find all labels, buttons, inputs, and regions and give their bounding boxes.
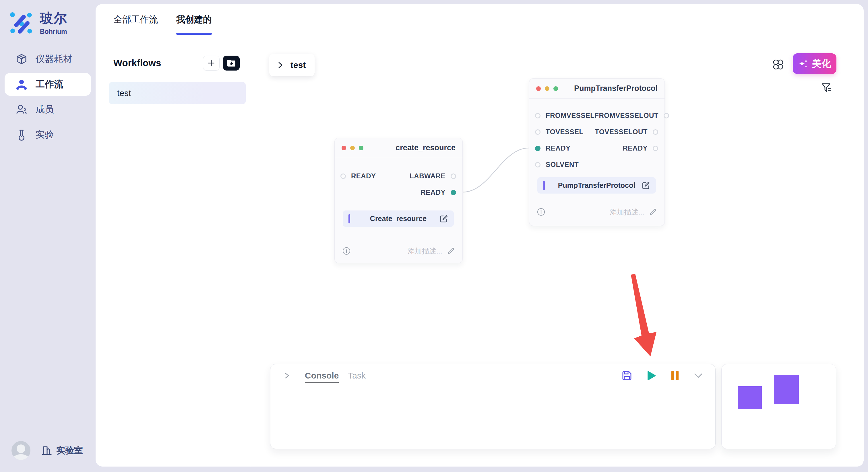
save-icon bbox=[621, 370, 632, 381]
collapse-panel-button[interactable] bbox=[693, 371, 704, 380]
node-header: create_resource bbox=[335, 138, 462, 158]
console-panel: Console Task bbox=[270, 364, 716, 449]
input-port[interactable] bbox=[535, 113, 540, 119]
accent-bar bbox=[543, 181, 545, 190]
workflow-panel-title: Workflows bbox=[113, 58, 161, 69]
node-connection-edge bbox=[463, 148, 529, 192]
node-action-button[interactable]: Create_resource bbox=[343, 210, 454, 227]
info-icon[interactable] bbox=[537, 208, 546, 216]
sidebar-item-experiments[interactable]: 实验 bbox=[5, 123, 91, 146]
edit-icon[interactable] bbox=[642, 181, 650, 190]
filter-button[interactable] bbox=[821, 82, 832, 94]
minimap-node bbox=[738, 386, 762, 409]
filter-funnel-icon bbox=[821, 82, 832, 94]
sidebar-item-label: 实验 bbox=[36, 129, 54, 141]
main-panel: 全部工作流 我创建的 Workflows bbox=[96, 4, 864, 467]
pencil-icon[interactable] bbox=[447, 247, 455, 255]
port-label: FROMVESSELOUT bbox=[594, 111, 658, 120]
port-label: LABWARE bbox=[410, 172, 445, 180]
run-button[interactable] bbox=[646, 370, 657, 381]
workflow-canvas[interactable]: test 美化 bbox=[250, 35, 864, 467]
logo-subtitle: Bohrium bbox=[40, 28, 67, 36]
dot-yellow-icon bbox=[350, 146, 355, 150]
building-icon bbox=[41, 445, 52, 456]
panel-expand-button[interactable] bbox=[283, 371, 291, 380]
tab-console[interactable]: Console bbox=[305, 364, 339, 387]
output-port[interactable] bbox=[451, 173, 456, 179]
minimap[interactable] bbox=[721, 364, 836, 449]
output-port-connected[interactable] bbox=[451, 190, 456, 195]
chevron-right-icon bbox=[277, 61, 284, 69]
workflow-list-panel: Workflows test bbox=[96, 35, 250, 467]
description-placeholder[interactable]: 添加描述... bbox=[408, 246, 442, 256]
dot-yellow-icon bbox=[545, 86, 549, 91]
node-action-label: Create_resource bbox=[343, 214, 454, 223]
output-port[interactable] bbox=[653, 146, 658, 151]
input-port[interactable] bbox=[535, 129, 540, 135]
node-action-button[interactable]: PumpTransferProtocol bbox=[537, 177, 656, 194]
output-port[interactable] bbox=[653, 129, 658, 135]
logo-title: 玻尔 bbox=[40, 9, 67, 27]
pause-button[interactable] bbox=[670, 370, 680, 381]
save-button[interactable] bbox=[621, 370, 632, 381]
dot-red-icon bbox=[536, 86, 541, 91]
input-port[interactable] bbox=[535, 162, 540, 167]
sidebar-item-workflow[interactable]: 工作流 bbox=[5, 73, 91, 96]
workflow-list-item[interactable]: test bbox=[109, 82, 246, 104]
box-icon bbox=[16, 53, 28, 65]
members-icon bbox=[16, 103, 28, 115]
input-port[interactable] bbox=[340, 173, 346, 179]
chevron-down-icon bbox=[693, 371, 704, 380]
pause-icon bbox=[670, 370, 680, 381]
annotation-arrow bbox=[631, 274, 656, 357]
beautify-button[interactable]: 美化 bbox=[793, 53, 836, 74]
experiment-icon bbox=[16, 129, 28, 141]
minimap-node bbox=[774, 375, 799, 404]
port-label: FROMVESSEL bbox=[546, 111, 594, 120]
output-port[interactable] bbox=[663, 113, 669, 119]
port-label: READY bbox=[623, 144, 648, 152]
dot-green-icon bbox=[359, 146, 363, 150]
tab-task[interactable]: Task bbox=[348, 364, 366, 387]
tab-my-created[interactable]: 我创建的 bbox=[176, 4, 212, 35]
port-label: READY bbox=[546, 144, 570, 152]
add-workflow-button[interactable] bbox=[203, 56, 220, 71]
accent-bar bbox=[348, 214, 350, 224]
input-port-connected[interactable] bbox=[535, 146, 540, 151]
port-label: SOLVENT bbox=[546, 161, 579, 169]
chevron-right-icon bbox=[283, 371, 291, 380]
node-action-label: PumpTransferProtocol bbox=[537, 181, 656, 190]
command-palette-button[interactable] bbox=[772, 59, 784, 71]
import-workflow-button[interactable] bbox=[223, 56, 240, 71]
edit-icon[interactable] bbox=[439, 214, 448, 223]
workspace-switcher[interactable]: 实验室 bbox=[41, 444, 83, 457]
sidebar-menu: 仪器耗材 工作流 成员 实验 bbox=[0, 47, 96, 148]
command-icon bbox=[772, 59, 784, 71]
logo: 玻尔 Bohrium bbox=[9, 9, 67, 36]
node-header: PumpTransferProtocol bbox=[529, 78, 664, 99]
node-title: PumpTransferProtocol bbox=[574, 84, 658, 93]
dot-red-icon bbox=[342, 146, 346, 150]
info-icon[interactable] bbox=[342, 247, 351, 255]
port-label: TOVESSEL bbox=[546, 128, 584, 136]
node-pump-transfer-protocol[interactable]: PumpTransferProtocol FROMVESSEL FROMVESS… bbox=[529, 78, 665, 226]
sidebar-item-members[interactable]: 成员 bbox=[5, 98, 91, 121]
tabs-bar: 全部工作流 我创建的 bbox=[96, 4, 864, 35]
sidebar-item-label: 成员 bbox=[36, 103, 54, 116]
breadcrumb-label: test bbox=[290, 60, 306, 70]
workspace-label: 实验室 bbox=[56, 444, 83, 457]
avatar[interactable] bbox=[11, 441, 30, 460]
node-title: create_resource bbox=[396, 143, 456, 152]
sidebar-item-label: 仪器耗材 bbox=[36, 53, 72, 65]
port-label: TOVESSELOUT bbox=[595, 128, 648, 136]
description-placeholder[interactable]: 添加描述... bbox=[610, 207, 644, 217]
sidebar-item-instruments[interactable]: 仪器耗材 bbox=[5, 47, 91, 71]
folder-download-icon bbox=[227, 59, 236, 67]
sidebar-footer: 实验室 bbox=[11, 441, 83, 460]
node-create-resource[interactable]: create_resource READY LABWARE READY bbox=[334, 138, 463, 263]
tab-all-workflows[interactable]: 全部工作流 bbox=[113, 4, 158, 35]
pencil-icon[interactable] bbox=[649, 208, 657, 216]
workflow-breadcrumb[interactable]: test bbox=[269, 54, 315, 76]
sparkles-icon bbox=[798, 59, 809, 69]
beautify-label: 美化 bbox=[812, 57, 831, 70]
